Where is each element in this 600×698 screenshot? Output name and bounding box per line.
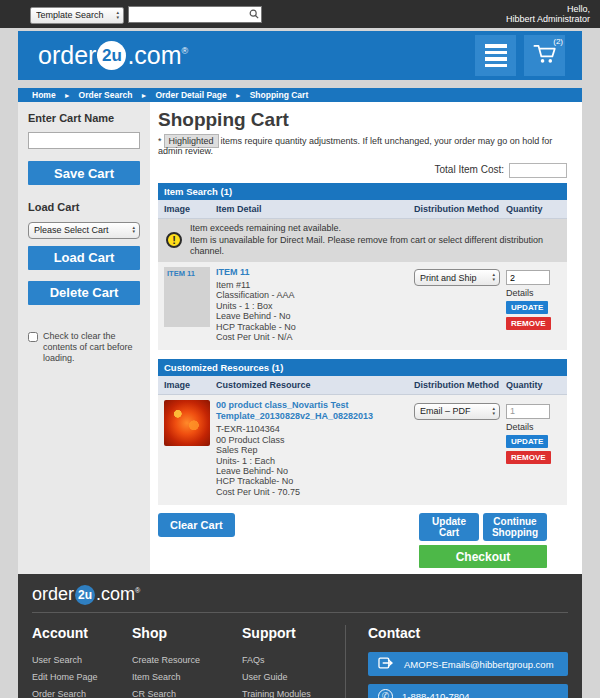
footer-column-title: Contact (368, 625, 568, 641)
customized-resources-section-title: Customized Resources (1) (158, 359, 567, 376)
item-remove-button[interactable]: REMOVE (506, 317, 551, 330)
breadcrumb-order-search[interactable]: Order Search (79, 90, 133, 100)
footer-column-shop: Shop Create Resource Item Search CR Sear… (132, 625, 242, 698)
footer-link-faqs[interactable]: FAQs (242, 652, 345, 669)
footer-vertical-divider (345, 625, 346, 698)
item-title-link[interactable]: ITEM 11 (216, 267, 414, 278)
save-cart-button[interactable]: Save Cart (28, 161, 140, 185)
logo-circle: 2u (97, 41, 126, 70)
user-greeting: Hello, Hibbert Administrator (506, 4, 592, 24)
customized-resources-table-header: Image Customized Resource Distribution M… (158, 376, 567, 395)
resource-thumbnail[interactable] (164, 400, 210, 446)
phone-icon: ✆ (378, 689, 393, 698)
customized-resources-section: Customized Resources (1) Image Customize… (158, 359, 567, 505)
continue-shopping-button[interactable]: ContinueShopping (483, 513, 547, 541)
load-cart-button[interactable]: Load Cart (28, 246, 140, 270)
delete-cart-button[interactable]: Delete Cart (28, 281, 140, 305)
item-distribution-select[interactable]: Print and Ship (414, 269, 500, 286)
search-input[interactable] (129, 9, 247, 19)
footer: order2u.com® Account User Search Edit Ho… (18, 574, 582, 698)
footer-column-support: Support FAQs User Guide Training Modules (242, 625, 345, 698)
breadcrumb-home[interactable]: Home (32, 90, 56, 100)
footer-link-order-search[interactable]: Order Search (32, 686, 132, 698)
update-cart-button[interactable]: UpdateCart (419, 513, 479, 541)
search-box (128, 6, 262, 23)
cart-button[interactable]: (2) (524, 35, 565, 76)
search-icon[interactable] (247, 9, 261, 19)
item-details-link[interactable]: Details (506, 288, 567, 298)
contact-email-button[interactable]: AMOPS-Emails@hibbertgroup.com (368, 652, 568, 676)
resource-quantity-input[interactable] (506, 404, 550, 419)
footer-column-title: Shop (132, 625, 242, 641)
load-cart-select[interactable]: Please Select Cart (28, 222, 140, 239)
clear-cart-checkbox-label: Check to clear the contents of cart befo… (43, 331, 140, 364)
item-quantity-input[interactable] (506, 270, 550, 285)
logo: order2u.com® (38, 41, 188, 70)
cart-name-input[interactable] (28, 132, 140, 149)
footer-column-title: Support (242, 625, 345, 641)
cart-name-label: Enter Cart Name (28, 112, 140, 124)
breadcrumb: Home ► Order Search ► Order Detail Page … (18, 88, 582, 102)
footer-link-user-search[interactable]: User Search (32, 652, 132, 669)
total-item-cost-input[interactable] (509, 163, 567, 178)
cart-sidebar: Enter Cart Name Save Cart Load Cart Plea… (18, 102, 150, 574)
email-export-icon (378, 656, 395, 673)
warning-icon (166, 232, 182, 248)
item-thumbnail[interactable]: ITEM 11 (164, 267, 210, 327)
footer-link-user-guide[interactable]: User Guide (242, 669, 345, 686)
clear-cart-button[interactable]: Clear Cart (158, 513, 235, 537)
footer-link-item-search[interactable]: Item Search (132, 669, 242, 686)
cart-count-badge: (2) (553, 37, 563, 46)
footer-column-title: Account (32, 625, 132, 641)
total-cost-label: Total Item Cost: (435, 164, 504, 175)
template-search-select[interactable]: Template Search (30, 7, 124, 24)
hamburger-icon (485, 44, 507, 67)
customized-resource-row: 00 product class_Novartis Test Template_… (158, 395, 567, 505)
breadcrumb-shopping-cart: Shopping Cart (250, 90, 309, 100)
footer-link-create-resource[interactable]: Create Resource (132, 652, 242, 669)
resource-title-link[interactable]: 00 product class_Novartis Test Template_… (216, 400, 414, 421)
footer-column-contact: Contact AMOPS-Emails@hibbertgroup.com ✆ … (358, 625, 568, 698)
menu-button[interactable] (475, 35, 516, 76)
item-row: ITEM 11 ITEM 11 Item #11 Classification … (158, 262, 567, 351)
footer-logo: order2u.com® (32, 584, 568, 605)
main-content: Shopping Cart *Highlighteditems require … (150, 102, 582, 574)
checkout-button[interactable]: Checkout (419, 545, 547, 568)
item-update-button[interactable]: UPDATE (506, 301, 548, 314)
item-search-table-header: Image Item Detail Distribution Method Qu… (158, 200, 567, 219)
cart-icon (532, 42, 558, 69)
highlight-note: *Highlighteditems require quantity adjus… (158, 136, 567, 156)
footer-link-cr-search[interactable]: CR Search (132, 686, 242, 698)
registered-mark: ® (182, 46, 189, 56)
footer-link-edit-home-page[interactable]: Edit Home Page (32, 669, 132, 686)
resource-distribution-select[interactable]: Email – PDF (414, 403, 500, 420)
footer-column-account: Account User Search Edit Home Page Order… (32, 625, 132, 698)
page-title: Shopping Cart (158, 109, 567, 131)
resource-update-button[interactable]: UPDATE (506, 435, 548, 448)
resource-details-link[interactable]: Details (506, 422, 567, 432)
item-search-section-title: Item Search (1) (158, 183, 567, 200)
breadcrumb-separator-icon: ► (140, 92, 147, 99)
contact-phone-button[interactable]: ✆ 1-888-410-7804 (368, 684, 568, 698)
main-header: order2u.com® (2) (18, 31, 582, 80)
top-bar: Template Search Hello, Hibbert Administr… (0, 0, 600, 28)
item-warning-banner: Item exceeds remaining net available. It… (158, 219, 567, 262)
resource-remove-button[interactable]: REMOVE (506, 451, 551, 464)
logo-text: .com (127, 41, 181, 70)
breadcrumb-order-detail[interactable]: Order Detail Page (155, 90, 226, 100)
page: Template Search Hello, Hibbert Administr… (0, 0, 600, 698)
breadcrumb-separator-icon: ► (235, 92, 242, 99)
clear-cart-checkbox[interactable] (28, 332, 38, 342)
breadcrumb-separator-icon: ► (64, 92, 71, 99)
item-search-section: Item Search (1) Image Item Detail Distri… (158, 183, 567, 350)
footer-link-training-modules[interactable]: Training Modules (242, 686, 345, 698)
load-cart-label: Load Cart (28, 201, 140, 213)
logo-text: order (38, 41, 96, 70)
